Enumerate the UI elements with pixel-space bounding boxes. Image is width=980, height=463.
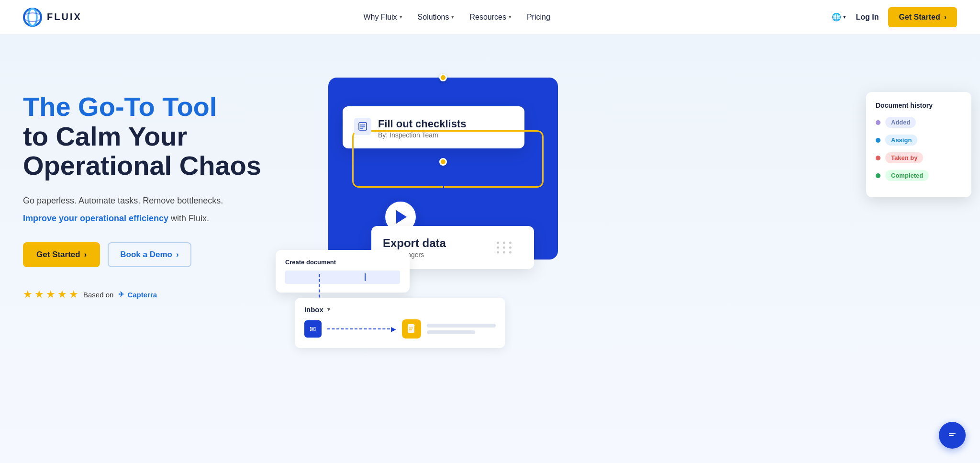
get-started-hero-button[interactable]: Get Started ›	[23, 242, 100, 267]
rating-text: Based on ✈ Capterra	[83, 290, 157, 299]
inbox-content-lines	[427, 324, 496, 334]
nav-link-pricing[interactable]: Pricing	[527, 13, 550, 22]
inbox-arrow: ▶	[327, 325, 396, 333]
history-item-added: Added	[876, 117, 962, 128]
nav-link-why-fluix[interactable]: Why Fluix ▾	[363, 13, 402, 22]
create-doc-input-field[interactable]	[285, 271, 400, 284]
star-icon: ★	[69, 288, 78, 301]
chevron-down-icon: ▾	[400, 14, 402, 20]
arrow-right-icon: ›	[84, 250, 87, 260]
hero-headline: The Go-To Tool to Calm YourOperational C…	[23, 92, 261, 181]
hero-buttons: Get Started › Book a Demo ›	[23, 242, 261, 267]
rating-section: ★ ★ ★ ★ ★ Based on ✈ Capterra	[23, 288, 261, 301]
star-icon: ★	[34, 288, 44, 301]
navbar: FLUIX Why Fluix ▾ Solutions ▾ Resources …	[0, 0, 980, 34]
fill-out-card: Fill out checklists By: Inspection Team	[343, 106, 524, 148]
history-dot-completed	[876, 173, 880, 178]
language-selector[interactable]: 🌐 ▾	[832, 12, 846, 22]
connector-node-top	[439, 74, 447, 81]
text-cursor-icon	[365, 273, 366, 281]
svg-point-2	[24, 13, 41, 22]
arrow-right-icon: ▶	[391, 325, 396, 333]
logo[interactable]: FLUIX	[23, 8, 82, 27]
book-demo-button[interactable]: Book a Demo ›	[108, 242, 191, 267]
get-started-nav-button[interactable]: Get Started ›	[888, 7, 957, 27]
history-dot-assign	[876, 138, 880, 143]
chat-fab-button[interactable]	[939, 422, 966, 449]
hero-content: The Go-To Tool to Calm YourOperational C…	[23, 63, 261, 301]
inbox-card: Inbox ▾ ✉ ▶	[295, 298, 505, 348]
card-highlight-border	[352, 130, 544, 188]
history-dot-taken	[876, 156, 880, 160]
star-icon: ★	[46, 288, 56, 301]
email-icon: ✉	[304, 320, 322, 338]
chevron-down-icon: ▾	[327, 306, 330, 313]
nav-link-solutions[interactable]: Solutions ▾	[418, 13, 455, 22]
hero-visual: Fill out checklists By: Inspection Team …	[290, 63, 957, 398]
svg-point-1	[28, 9, 37, 26]
nav-actions: 🌐 ▾ Log In Get Started ›	[832, 7, 957, 27]
hero-section: The Go-To Tool to Calm YourOperational C…	[0, 34, 980, 463]
logo-text: FLUIX	[47, 11, 82, 23]
hero-subtext-link: Improve your operational efficiency with…	[23, 212, 261, 226]
arrow-right-icon: ›	[176, 250, 179, 260]
inbox-header: Inbox ▾	[304, 305, 496, 314]
history-item-assign: Assign	[876, 135, 962, 146]
star-icon: ★	[23, 288, 33, 301]
checklist-icon	[354, 118, 371, 135]
create-document-card: Create document	[276, 250, 410, 293]
document-icon	[402, 319, 421, 339]
nav-links: Why Fluix ▾ Solutions ▾ Resources ▾ Pric…	[363, 13, 550, 22]
history-item-taken: Taken by	[876, 152, 962, 163]
history-dot-added	[876, 120, 880, 125]
play-triangle-icon	[396, 210, 407, 224]
inbox-row: ✉ ▶	[304, 319, 496, 339]
connector-node-mid	[439, 158, 447, 166]
chevron-down-icon: ▾	[451, 14, 454, 20]
login-button[interactable]: Log In	[856, 13, 879, 22]
connector-line-down	[443, 161, 444, 195]
svg-point-0	[24, 9, 41, 26]
document-history-card: Document history Added Assign Taken by C…	[866, 92, 971, 197]
capterra-icon: ✈	[118, 290, 124, 299]
chevron-down-icon: ▾	[843, 14, 846, 20]
chevron-down-icon: ▾	[509, 14, 512, 20]
star-icon: ★	[57, 288, 67, 301]
globe-icon: 🌐	[832, 12, 841, 22]
history-item-completed: Completed	[876, 170, 962, 181]
svg-rect-7	[408, 324, 414, 333]
hero-subtext: Go paperless. Automate tasks. Remove bot…	[23, 194, 261, 208]
fluix-logo-icon	[23, 8, 42, 27]
grid-dots-icon	[497, 242, 513, 254]
nav-link-resources[interactable]: Resources ▾	[469, 13, 511, 22]
star-rating: ★ ★ ★ ★ ★	[23, 288, 78, 301]
arrow-right-icon: ›	[944, 13, 947, 22]
